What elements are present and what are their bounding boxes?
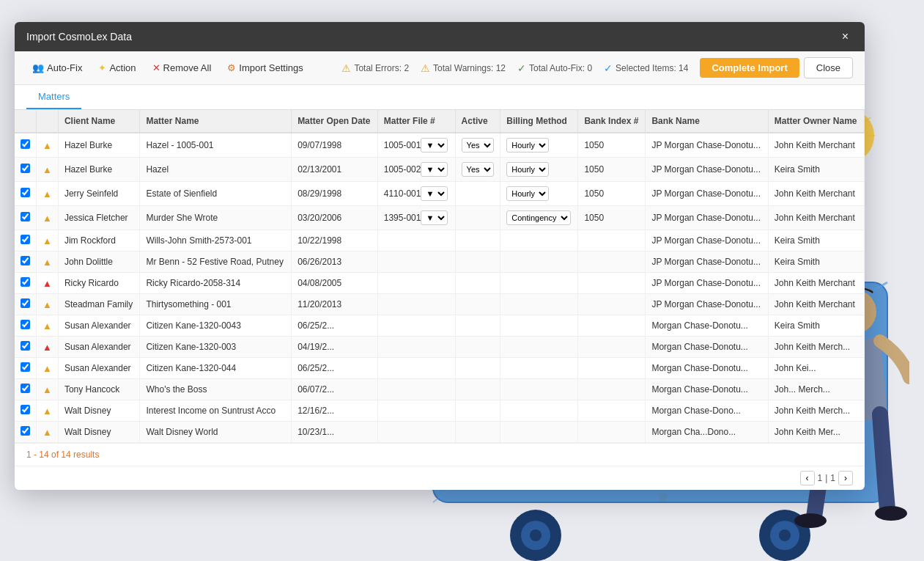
billing-method-cell[interactable]: Contingency xyxy=(500,206,578,230)
active-cell[interactable] xyxy=(455,400,500,422)
row-checkbox-cell[interactable] xyxy=(15,182,37,206)
active-select[interactable]: Yes xyxy=(462,162,494,177)
file-num-cell xyxy=(377,294,455,315)
bank-index-cell xyxy=(578,337,646,358)
row-checkbox-cell[interactable] xyxy=(15,358,37,379)
row-warning-cell: ▲ xyxy=(37,422,59,443)
billing-method-cell[interactable]: Hourly xyxy=(500,133,578,158)
warning-icon: ▲ xyxy=(42,406,52,417)
row-checkbox[interactable] xyxy=(21,320,30,329)
billing-method-cell[interactable] xyxy=(500,230,578,252)
row-checkbox-cell[interactable] xyxy=(15,400,37,422)
file-num-select[interactable]: ▼ xyxy=(421,186,448,201)
active-cell[interactable]: Yes xyxy=(455,158,500,182)
col-matter-name: Matter Name xyxy=(140,110,292,133)
results-count: 1 - 14 of 14 results xyxy=(26,450,99,460)
row-checkbox[interactable] xyxy=(21,256,30,265)
row-checkbox[interactable] xyxy=(21,212,30,221)
owner-cell: Keira Smith xyxy=(768,252,864,273)
warning-icon: ▲ xyxy=(42,257,52,268)
prev-page-button[interactable]: ‹ xyxy=(800,471,815,485)
row-warning-cell: ▲ xyxy=(37,133,59,158)
bank-index-cell xyxy=(578,252,646,273)
row-checkbox-cell[interactable] xyxy=(15,273,37,294)
complete-import-button[interactable]: Complete Import xyxy=(700,58,799,78)
row-checkbox[interactable] xyxy=(21,341,30,351)
tab-matters[interactable]: Matters xyxy=(26,85,81,109)
row-checkbox[interactable] xyxy=(21,277,30,287)
active-cell[interactable] xyxy=(455,422,500,443)
billing-method-cell[interactable] xyxy=(500,422,578,443)
row-checkbox[interactable] xyxy=(21,139,30,149)
svg-point-13 xyxy=(521,521,550,550)
active-cell[interactable] xyxy=(455,182,500,206)
active-cell[interactable] xyxy=(455,230,500,252)
row-checkbox-cell[interactable] xyxy=(15,422,37,443)
table-row: ▲ Susan Alexander Citizen Kane-1320-0043… xyxy=(15,315,865,337)
row-checkbox[interactable] xyxy=(21,164,30,173)
billing-method-cell[interactable] xyxy=(500,400,578,422)
active-cell[interactable] xyxy=(455,358,500,379)
modal-close-button[interactable]: × xyxy=(838,29,853,44)
row-checkbox[interactable] xyxy=(21,405,30,414)
active-cell[interactable] xyxy=(455,273,500,294)
row-checkbox-cell[interactable] xyxy=(15,337,37,358)
active-cell[interactable] xyxy=(455,337,500,358)
billing-method-select[interactable]: Contingency xyxy=(506,210,571,225)
row-checkbox-cell[interactable] xyxy=(15,315,37,337)
row-checkbox-cell[interactable] xyxy=(15,252,37,273)
active-cell[interactable] xyxy=(455,315,500,337)
active-cell[interactable] xyxy=(455,379,500,400)
file-num-select[interactable]: ▼ xyxy=(421,210,448,225)
row-warning-cell: ▲ xyxy=(37,206,59,230)
results-footer: 1 - 14 of 14 results xyxy=(15,443,865,466)
row-checkbox-cell[interactable] xyxy=(15,294,37,315)
billing-method-cell[interactable] xyxy=(500,252,578,273)
open-date-cell: 04/08/2005 xyxy=(292,273,378,294)
active-cell[interactable] xyxy=(455,294,500,315)
row-checkbox-cell[interactable] xyxy=(15,206,37,230)
active-cell[interactable]: Yes xyxy=(455,133,500,158)
row-checkbox-cell[interactable] xyxy=(15,230,37,252)
row-checkbox[interactable] xyxy=(21,298,30,308)
data-table-container[interactable]: Client Name Matter Name Matter Open Date… xyxy=(15,110,865,443)
open-date-cell: 06/25/2... xyxy=(292,315,378,337)
table-row: ▲ Jim Rockford Wills-John Smith-2573-001… xyxy=(15,230,865,252)
file-num-select[interactable]: ▼ xyxy=(421,162,448,177)
row-checkbox-cell[interactable] xyxy=(15,379,37,400)
active-cell[interactable] xyxy=(455,252,500,273)
client-name-cell: Ricky Ricardo xyxy=(58,273,140,294)
file-num-select[interactable]: ▼ xyxy=(421,138,448,153)
billing-method-cell[interactable] xyxy=(500,294,578,315)
auto-fix-button[interactable]: 👥 Auto-Fix xyxy=(26,59,88,76)
billing-method-select[interactable]: Hourly xyxy=(506,186,549,201)
row-checkbox[interactable] xyxy=(21,426,30,436)
client-name-cell: Hazel Burke xyxy=(58,133,140,158)
billing-method-cell[interactable] xyxy=(500,273,578,294)
billing-method-cell[interactable] xyxy=(500,337,578,358)
row-checkbox[interactable] xyxy=(21,188,30,197)
next-page-button[interactable]: › xyxy=(838,471,853,485)
row-checkbox-cell[interactable] xyxy=(15,158,37,182)
close-button[interactable]: Close xyxy=(804,57,853,78)
table-row: ▲ Steadman Family Thirtysomething - 001 … xyxy=(15,294,865,315)
row-checkbox[interactable] xyxy=(21,235,30,244)
row-checkbox-cell[interactable] xyxy=(15,133,37,158)
active-cell[interactable] xyxy=(455,206,500,230)
action-button[interactable]: ✦ Action xyxy=(92,59,141,76)
billing-method-cell[interactable]: Hourly xyxy=(500,158,578,182)
billing-method-cell[interactable] xyxy=(500,358,578,379)
billing-method-select[interactable]: Hourly xyxy=(506,138,549,153)
billing-method-cell[interactable]: Hourly xyxy=(500,182,578,206)
billing-method-cell[interactable] xyxy=(500,315,578,337)
row-checkbox[interactable] xyxy=(21,384,30,393)
remove-all-button[interactable]: ✕ Remove All xyxy=(147,59,218,76)
billing-method-cell[interactable] xyxy=(500,379,578,400)
bank-index-cell xyxy=(578,400,646,422)
import-settings-button[interactable]: ⚙ Import Settings xyxy=(221,59,308,76)
client-name-cell: Walt Disney xyxy=(58,422,140,443)
row-checkbox[interactable] xyxy=(21,362,30,372)
active-select[interactable]: Yes xyxy=(462,138,494,153)
svg-point-14 xyxy=(530,529,542,541)
billing-method-select[interactable]: Hourly xyxy=(506,162,549,177)
